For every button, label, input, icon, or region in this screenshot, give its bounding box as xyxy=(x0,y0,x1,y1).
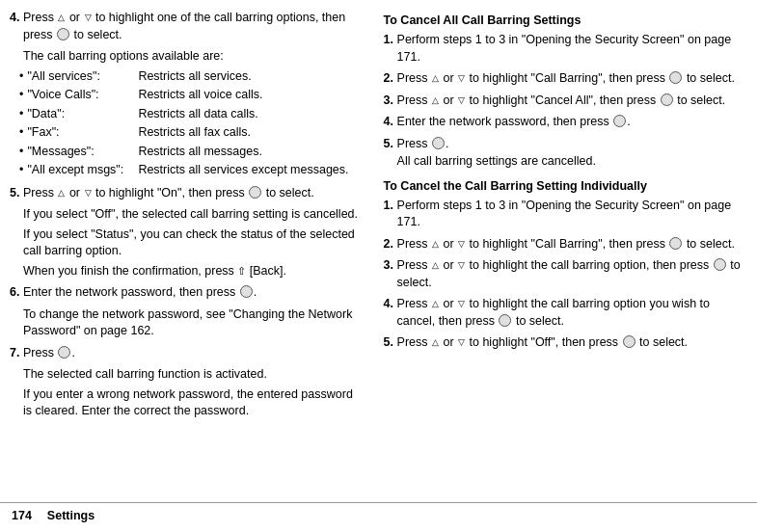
r2-step-5-num: 5. xyxy=(384,334,397,352)
r2-step-1: 1. Perform steps 1 to 3 in "Opening the … xyxy=(384,198,747,231)
r-step-2-num: 2. xyxy=(384,70,397,88)
nav-down-icon2: ▽ xyxy=(85,187,92,200)
step-7: 7. Press . xyxy=(10,345,360,362)
r2-step-4-num: 4. xyxy=(384,296,397,330)
r2-step-3-content: Press △ or ▽ to highlight the call barri… xyxy=(397,257,747,291)
bullet-list: • "All services": Restricts all services… xyxy=(19,68,360,179)
select-btn3 xyxy=(240,285,253,298)
step-7-sub2: If you enter a wrong network password, t… xyxy=(23,386,360,420)
r2-nav-up2: △ xyxy=(432,259,439,272)
step-6-sub1: To change the network password, see "Cha… xyxy=(23,306,360,340)
bullet-key: "Data": xyxy=(27,106,138,123)
bullet-item: • "Data": Restricts all data calls. xyxy=(19,106,360,123)
r2-select-btn xyxy=(669,237,682,250)
r2-nav-down2: ▽ xyxy=(458,259,465,272)
step-6-num: 6. xyxy=(10,284,23,302)
r-step-4-content: Enter the network password, then press . xyxy=(397,114,747,131)
bullet-symbol: • xyxy=(19,106,23,123)
r2-step-4-content: Press △ or ▽ to highlight the call barri… xyxy=(397,296,747,330)
bullet-key: "All services": xyxy=(27,68,138,86)
r2-step-1-num: 1. xyxy=(384,198,397,231)
bullet-key: "Fax": xyxy=(27,124,138,142)
bullet-value: Restricts all services except messages. xyxy=(138,162,359,179)
section-2-heading: To Cancel the Call Barring Setting Indiv… xyxy=(384,179,747,193)
footer-page-number: 174 xyxy=(12,509,32,522)
r2-step-2: 2. Press △ or ▽ to highlight "Call Barri… xyxy=(384,236,747,253)
r2-nav-down4: ▽ xyxy=(458,336,465,349)
r-step-5-sub: All call barring settings are cancelled. xyxy=(397,153,747,171)
step-5-sub1: If you select "Off", the selected call b… xyxy=(23,206,360,224)
step-7-num: 7. xyxy=(10,345,23,362)
bullet-item: • "All except msgs": Restricts all servi… xyxy=(19,162,360,179)
bullet-value: Restricts all services. xyxy=(138,68,359,86)
r2-nav-up3: △ xyxy=(432,298,439,310)
r2-select-btn3 xyxy=(499,314,511,327)
bullet-item: • "Fax": Restricts all fax calls. xyxy=(19,124,360,142)
step-4-content: Press △ or ▽ to highlight one of the cal… xyxy=(23,10,360,43)
step-6-content: Enter the network password, then press . xyxy=(23,284,360,302)
r2-step-4: 4. Press △ or ▽ to highlight the call ba… xyxy=(384,296,747,330)
r-nav-up2: △ xyxy=(432,94,439,107)
select-btn xyxy=(57,28,69,40)
footer-section-label: Settings xyxy=(47,509,95,522)
step-4-sub: The call barring options available are: xyxy=(23,48,360,66)
r-step-2: 2. Press △ or ▽ to highlight "Call Barri… xyxy=(384,70,747,88)
r2-step-3-num: 3. xyxy=(384,257,397,291)
bullet-value: Restricts all voice calls. xyxy=(138,87,359,104)
content-area: 4. Press △ or ▽ to highlight one of the … xyxy=(0,10,757,498)
step-5-sub2: If you select "Status", you can check th… xyxy=(23,226,360,260)
r2-select-btn4 xyxy=(623,335,635,348)
bullet-value: Restricts all messages. xyxy=(138,144,359,161)
bullet-symbol: • xyxy=(19,87,23,104)
select-btn2 xyxy=(249,186,261,199)
r2-step-2-num: 2. xyxy=(384,236,397,253)
step-4: 4. Press △ or ▽ to highlight one of the … xyxy=(10,10,360,43)
r-step-5-num: 5. xyxy=(384,136,397,174)
step-5-num: 5. xyxy=(10,185,23,202)
bullet-value: Restricts all fax calls. xyxy=(138,124,359,142)
r2-step-2-content: Press △ or ▽ to highlight "Call Barring"… xyxy=(397,236,747,253)
bullet-value: Restricts all data calls. xyxy=(138,106,359,123)
left-column: 4. Press △ or ▽ to highlight one of the … xyxy=(10,10,374,498)
step-7-sub1: The selected call barring function is ac… xyxy=(23,366,360,384)
r-select-btn4 xyxy=(432,137,445,149)
select-btn4 xyxy=(58,346,70,359)
r2-step-5-content: Press △ or ▽ to highlight "Off", then pr… xyxy=(397,334,747,352)
r-nav-down2: ▽ xyxy=(458,94,465,107)
step-5-sub3: When you finish the confirmation, press … xyxy=(23,263,360,280)
r-step-1-num: 1. xyxy=(384,32,397,66)
r-nav-down: ▽ xyxy=(458,72,465,85)
r2-step-5: 5. Press △ or ▽ to highlight "Off", then… xyxy=(384,334,747,352)
bullet-item: • "All services": Restricts all services… xyxy=(19,68,360,86)
bullet-symbol: • xyxy=(19,144,23,161)
r2-nav-up4: △ xyxy=(432,336,439,349)
r-step-4: 4. Enter the network password, then pres… xyxy=(384,114,747,131)
bullet-symbol: • xyxy=(19,162,23,179)
r2-nav-up: △ xyxy=(432,238,439,251)
r2-step-1-content: Perform steps 1 to 3 in "Opening the Sec… xyxy=(397,198,747,231)
step-7-content: Press . xyxy=(23,345,360,362)
r-step-3-num: 3. xyxy=(384,93,397,110)
bullet-key: "Voice Calls": xyxy=(27,87,138,104)
step-5-content: Press △ or ▽ to highlight "On", then pre… xyxy=(23,185,360,202)
right-column: To Cancel All Call Barring Settings 1. P… xyxy=(374,10,747,498)
bullet-item: • "Voice Calls": Restricts all voice cal… xyxy=(19,87,360,104)
r-step-3-content: Press △ or ▽ to highlight "Cancel All", … xyxy=(397,93,747,110)
r-step-5-content: Press . All call barring settings are ca… xyxy=(397,136,747,174)
step-4-num: 4. xyxy=(10,10,23,43)
r-step-1: 1. Perform steps 1 to 3 in "Opening the … xyxy=(384,32,747,66)
nav-up-icon: △ xyxy=(58,12,65,24)
nav-up-icon2: △ xyxy=(58,187,65,200)
r-step-2-content: Press △ or ▽ to highlight "Call Barring"… xyxy=(397,70,747,88)
r-step-4-num: 4. xyxy=(384,114,397,131)
r-select-btn3 xyxy=(613,115,626,127)
r-step-5: 5. Press . All call barring settings are… xyxy=(384,136,747,174)
r-select-btn xyxy=(669,71,682,84)
step-6: 6. Enter the network password, then pres… xyxy=(10,284,360,302)
step-5: 5. Press △ or ▽ to highlight "On", then … xyxy=(10,185,360,202)
bullet-symbol: • xyxy=(19,124,23,142)
r-step-1-content: Perform steps 1 to 3 in "Opening the Sec… xyxy=(397,32,747,66)
r-nav-up: △ xyxy=(432,72,439,85)
footer: 174 Settings xyxy=(0,502,757,522)
back-icon: ⇧ xyxy=(237,264,246,279)
